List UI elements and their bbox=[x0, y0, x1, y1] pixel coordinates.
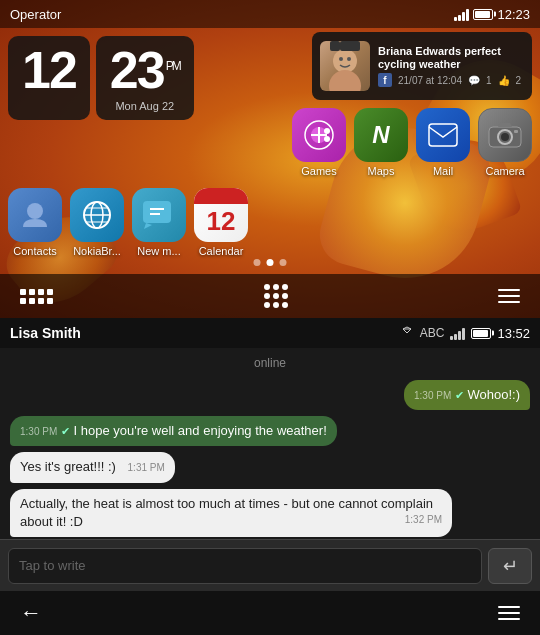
chat-input-placeholder: Tap to write bbox=[19, 558, 85, 573]
menu-line-1 bbox=[498, 606, 520, 608]
app-camera[interactable]: Camera bbox=[478, 108, 532, 177]
svg-rect-24 bbox=[143, 201, 171, 223]
message-bubble-3: Yes it's great!!! :) 1:31 PM bbox=[10, 452, 175, 482]
notification-card[interactable]: Briana Edwards perfect cycling weather f… bbox=[312, 32, 532, 100]
msg-time-2: 1:30 PM bbox=[20, 426, 57, 437]
msg-tick-2: ✔ bbox=[61, 425, 70, 437]
chat-signal-icon bbox=[450, 326, 465, 340]
app-contacts[interactable]: Contacts bbox=[8, 188, 62, 257]
apps-row-2: Contacts NokiaBr... bbox=[8, 188, 248, 257]
message-row-1: 1:30 PM ✔ Wohoo!:) bbox=[10, 380, 530, 410]
notification-text: Briana Edwards perfect cycling weather f… bbox=[378, 45, 524, 87]
send-arrow-icon: ↵ bbox=[503, 555, 518, 577]
contact-name: Lisa Smith bbox=[10, 325, 81, 341]
browser-label: NokiaBr... bbox=[73, 245, 121, 257]
camera-icon bbox=[478, 108, 532, 162]
svg-point-2 bbox=[339, 57, 343, 61]
msg-tick-1: ✔ bbox=[455, 389, 464, 401]
svg-point-16 bbox=[501, 133, 509, 141]
clock-hour-block: 12 bbox=[8, 36, 90, 120]
msg-time-1: 1:30 PM bbox=[414, 390, 451, 401]
clock-minute: 23PM bbox=[110, 44, 180, 96]
chat-input[interactable]: Tap to write bbox=[8, 548, 482, 584]
mail-icon bbox=[416, 108, 470, 162]
maps-n-letter: N bbox=[372, 121, 389, 149]
message-bubble-2: 1:30 PM ✔ I hope you're well and enjoyin… bbox=[10, 416, 337, 446]
avatar-image bbox=[320, 41, 370, 91]
message-row-2: 1:30 PM ✔ I hope you're well and enjoyin… bbox=[10, 416, 530, 446]
msg-time-4: 1:32 PM bbox=[405, 513, 442, 527]
app-maps[interactable]: N Maps bbox=[354, 108, 408, 177]
svg-rect-17 bbox=[514, 130, 518, 133]
chat-status-right: ABC 13:52 bbox=[400, 326, 530, 341]
app-browser[interactable]: NokiaBr... bbox=[70, 188, 124, 257]
svg-rect-4 bbox=[330, 41, 340, 51]
calendar-inner: 12 bbox=[194, 188, 248, 242]
home-status-bar: Operator 12:23 bbox=[0, 0, 540, 28]
message-row-3: Yes it's great!!! :) 1:31 PM bbox=[10, 452, 530, 482]
app-games[interactable]: Games bbox=[292, 108, 346, 177]
abc-label: ABC bbox=[420, 326, 445, 340]
app-mail[interactable]: Mail bbox=[416, 108, 470, 177]
calendar-icon: 12 bbox=[194, 188, 248, 242]
operator-label: Operator bbox=[10, 7, 61, 22]
clock-time: 12:23 bbox=[497, 7, 530, 22]
msg-time-3: 1:31 PM bbox=[128, 462, 165, 473]
games-label: Games bbox=[301, 165, 336, 177]
newmsg-label: New m... bbox=[137, 245, 180, 257]
msg-text-1: Wohoo!:) bbox=[467, 387, 520, 402]
clock-widget: 12 23PM Mon Aug 22 bbox=[8, 36, 194, 120]
newmsg-icon bbox=[132, 188, 186, 242]
network-label bbox=[400, 326, 414, 341]
page-dots bbox=[254, 259, 287, 266]
chat-menu-icon[interactable] bbox=[498, 606, 520, 620]
clock-date: Mon Aug 22 bbox=[110, 100, 180, 112]
notif-name: Briana Edwards perfect cycling weather bbox=[378, 45, 524, 71]
message-row-4: Actually, the heat is almost too much at… bbox=[10, 489, 530, 537]
keypad-icon[interactable] bbox=[264, 284, 288, 308]
chat-messages: online 1:30 PM ✔ Wohoo!:) 1:30 PM ✔ I ho… bbox=[0, 348, 540, 539]
calendar-date-number: 12 bbox=[207, 208, 236, 234]
chat-input-bar: Tap to write ↵ bbox=[0, 539, 540, 591]
svg-point-3 bbox=[347, 57, 351, 61]
chat-status-bar: Lisa Smith ABC 13:52 bbox=[0, 318, 540, 348]
msg-text-3: Yes it's great!!! :) bbox=[20, 459, 116, 474]
status-right: 12:23 bbox=[454, 7, 530, 22]
mail-label: Mail bbox=[433, 165, 453, 177]
msg-text-4: Actually, the heat is almost too much at… bbox=[20, 496, 433, 529]
cal-top-bar bbox=[194, 188, 248, 204]
chat-time: 13:52 bbox=[497, 326, 530, 341]
send-button[interactable]: ↵ bbox=[488, 548, 532, 584]
page-dot-3[interactable] bbox=[280, 259, 287, 266]
chat-nav-bar: ← bbox=[0, 591, 540, 635]
page-dot-2[interactable] bbox=[267, 259, 274, 266]
message-bubble-4: Actually, the heat is almost too much at… bbox=[10, 489, 452, 537]
apps-row-1: Games N Maps Mail bbox=[292, 108, 532, 177]
app-newmsg[interactable]: New m... bbox=[132, 188, 186, 257]
svg-point-1 bbox=[329, 70, 361, 91]
games-icon bbox=[292, 108, 346, 162]
svg-point-11 bbox=[324, 136, 330, 142]
calendar-label: Calendar bbox=[199, 245, 244, 257]
notif-avatar bbox=[320, 41, 370, 91]
message-bubble-1: 1:30 PM ✔ Wohoo!:) bbox=[404, 380, 530, 410]
home-bottom-bar bbox=[0, 274, 540, 318]
svg-point-10 bbox=[324, 128, 330, 134]
browser-icon bbox=[70, 188, 124, 242]
svg-point-0 bbox=[333, 49, 357, 73]
online-label: online bbox=[10, 356, 530, 370]
page-dot-1[interactable] bbox=[254, 259, 261, 266]
contacts-icon bbox=[8, 188, 62, 242]
signal-icon bbox=[454, 7, 469, 21]
svg-rect-5 bbox=[340, 41, 360, 51]
app-calendar[interactable]: 12 Calendar bbox=[194, 188, 248, 257]
home-menu-icon[interactable] bbox=[498, 289, 520, 303]
grid-icon[interactable] bbox=[20, 289, 53, 304]
chat-battery-icon bbox=[471, 328, 491, 339]
svg-rect-12 bbox=[429, 124, 457, 146]
back-button[interactable]: ← bbox=[20, 600, 42, 626]
svg-point-18 bbox=[27, 203, 43, 219]
camera-label: Camera bbox=[485, 165, 524, 177]
chat-screen: Lisa Smith ABC 13:52 online bbox=[0, 318, 540, 635]
notif-time: f 21/07 at 12:04 💬1 👍2 bbox=[378, 73, 524, 87]
